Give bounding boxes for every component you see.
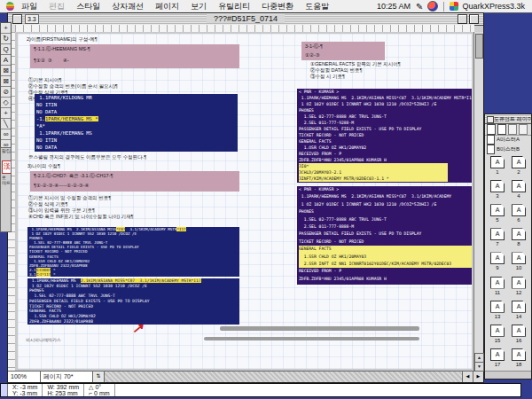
rotation-field[interactable]: △ 0° bbox=[89, 384, 110, 390]
scroll-left-arrow[interactable]: ◀ bbox=[462, 372, 473, 382]
tool-button[interactable]: ∞ bbox=[1, 129, 11, 140]
input-method-icon[interactable]: ✎ bbox=[416, 2, 423, 12]
page-thumbnail-cell[interactable]: A 15 bbox=[487, 324, 508, 347]
list-item: ④CHD 혹은 INF표기 및 나이(수정할 나이) 기재¶ bbox=[28, 214, 134, 220]
master-list-item[interactable]: B마스터B bbox=[485, 145, 531, 154]
list-item: ②수정할 DATA의 번호¶ bbox=[310, 67, 401, 74]
page-thumbnail-cell[interactable]: A 3 bbox=[487, 179, 508, 202]
master-page-icon[interactable] bbox=[508, 124, 517, 135]
zoom-box[interactable] bbox=[458, 14, 467, 24]
page-thumbnail-cell[interactable]: A 10 bbox=[508, 251, 529, 274]
page-thumbnail-cell[interactable]: A 2 bbox=[508, 155, 529, 178]
terminal-screen-name-change: 1.1PARK/KILDONG MRNO ITINNO DATA-1.1PARK… bbox=[35, 94, 238, 152]
page-thumbnail-icon[interactable]: A bbox=[512, 204, 526, 216]
blank-facing-page-icon[interactable] bbox=[497, 124, 506, 135]
zoom-level-field[interactable]: 100% bbox=[8, 372, 41, 382]
palette-drag-handle[interactable] bbox=[1, 384, 8, 396]
tool-button[interactable]: ⊠ bbox=[1, 66, 11, 76]
palette-scrollbar[interactable] bbox=[485, 371, 531, 379]
horizontal-scrollbar[interactable] bbox=[105, 372, 462, 382]
page-thumbnail-icon[interactable]: A bbox=[512, 252, 526, 264]
page-thumbnail-cell[interactable]: A 5 bbox=[487, 203, 508, 226]
page-thumbnail-cell[interactable]: A 12 bbox=[508, 276, 529, 299]
tool-button[interactable]: ⊘ bbox=[1, 87, 11, 98]
menu-item[interactable]: 다중변환 bbox=[262, 1, 293, 12]
scroll-right-arrow[interactable]: ▶ bbox=[473, 372, 483, 382]
page-popup-button[interactable]: ⇅ bbox=[93, 372, 105, 382]
page-thumbnail-icon[interactable]: A bbox=[512, 348, 526, 361]
hanja-input-icon[interactable]: 漢 bbox=[2, 160, 12, 174]
app-icon[interactable] bbox=[450, 2, 458, 11]
page-thumbnail-cell[interactable]: A 16 bbox=[508, 324, 529, 347]
tool-button[interactable]: ╲ bbox=[1, 119, 11, 129]
tool-button[interactable]: + bbox=[1, 23, 11, 34]
apple-menu-icon[interactable] bbox=[6, 2, 14, 11]
trash-page-icon[interactable] bbox=[519, 124, 528, 135]
tool-button[interactable]: ⊠ bbox=[1, 76, 11, 87]
tool-button[interactable]: A bbox=[1, 55, 11, 66]
menu-item[interactable]: 유틸리티 bbox=[218, 1, 250, 12]
tool-button[interactable]: + bbox=[1, 108, 11, 119]
menu-clock[interactable]: 10:25 AM bbox=[377, 2, 411, 11]
page-thumbnail-cell[interactable]: A 6 bbox=[508, 203, 529, 226]
page-thumbnail-cell[interactable]: A 9 bbox=[487, 251, 508, 274]
menu-item[interactable]: 파일 bbox=[21, 1, 37, 12]
terminal-line: 2.SEL 011-777-8888-M bbox=[299, 223, 472, 231]
page-thumbnail-icon[interactable]: A bbox=[512, 228, 526, 240]
master-list-item[interactable]: A마스터A bbox=[485, 135, 531, 145]
blank-page-icon[interactable] bbox=[487, 124, 496, 135]
vertical-scrollbar[interactable]: ▲ ▼ bbox=[473, 32, 483, 372]
menu-item[interactable]: 편집 bbox=[49, 1, 65, 12]
angle-fields[interactable]: △ 0° ⌐ 0 mm bbox=[84, 384, 115, 396]
page-thumbnail-cell[interactable]: A 13 bbox=[487, 300, 508, 323]
collapse-box[interactable] bbox=[469, 14, 479, 24]
page-thumbnail-icon[interactable]: A bbox=[490, 204, 505, 216]
menu-item[interactable]: 스타일 bbox=[76, 1, 100, 12]
page-thumbnail-icon[interactable]: A bbox=[490, 301, 505, 313]
size-fields[interactable]: W: 392 mm H: 253 mm bbox=[43, 384, 84, 396]
page-thumbnail-cell[interactable]: A 14 bbox=[508, 300, 529, 323]
page-thumbnail-cell[interactable]: A 4 bbox=[508, 179, 529, 202]
page-thumbnail-icon[interactable]: A bbox=[490, 348, 505, 361]
menu-item[interactable]: 상자괘선 bbox=[112, 1, 144, 12]
page-spread[interactable]: 2)이름(FIRSTNAME)의 구성-예¶ ¶-1.1.Ⓒ-HEEMANG M… bbox=[18, 34, 472, 369]
window-title-bar[interactable]: 3.3 ???#D51F5_0714 bbox=[8, 13, 483, 26]
page-thumbnail-icon[interactable]: A bbox=[490, 325, 505, 337]
page-thumbnail-icon[interactable]: A bbox=[512, 180, 526, 192]
page-thumbnail-cell[interactable]: A 18 bbox=[508, 348, 529, 371]
menu-item[interactable]: 보기 bbox=[191, 1, 207, 12]
page-thumbnail-cell[interactable]: A 11 bbox=[487, 276, 508, 299]
terminal-line: TICKET RECORD - NOT PRICED bbox=[299, 132, 472, 138]
page-thumbnail-cell[interactable]: A 7 bbox=[487, 227, 508, 250]
position-fields[interactable]: X: -3 mm Y: -3 mm bbox=[8, 384, 43, 396]
width-field[interactable]: W: 392 mm bbox=[47, 384, 79, 390]
app-menu-label[interactable]: QuarkXPress3.3k bbox=[462, 2, 525, 11]
terminal-line: 1 OZ 102Y 01DEC 1 ICNNRT HK2 1030 1210 /… bbox=[299, 101, 472, 107]
tool-button[interactable]: ◇ bbox=[1, 98, 11, 108]
page-thumbnail-icon[interactable]: A bbox=[490, 277, 505, 289]
height-field[interactable]: H: 253 mm bbox=[47, 390, 79, 396]
application-switcher-icon[interactable] bbox=[427, 1, 438, 12]
palette-close-box[interactable] bbox=[487, 116, 494, 123]
y-field[interactable]: Y: -3 mm bbox=[12, 390, 37, 396]
page-thumbnail-icon[interactable]: A bbox=[512, 301, 526, 313]
terminal-line: RECEIVED FROM - P bbox=[299, 151, 472, 157]
corner-radius-field[interactable]: ⌐ 0 mm bbox=[89, 390, 110, 396]
page-thumbnail-icon[interactable]: A bbox=[490, 180, 505, 192]
page-indicator-field[interactable]: 페이지 70* bbox=[41, 372, 93, 382]
page-thumbnail-icon[interactable]: A bbox=[490, 228, 505, 240]
page-thumbnail-cell[interactable]: A 8 bbox=[508, 227, 529, 250]
tool-button[interactable]: Q bbox=[1, 44, 11, 55]
page-thumbnail-icon[interactable]: A bbox=[490, 156, 505, 168]
menu-item[interactable]: 도움말 bbox=[305, 1, 329, 12]
tool-button[interactable]: ↻ bbox=[1, 34, 11, 44]
page-thumbnail-icon[interactable]: A bbox=[512, 156, 526, 168]
page-thumbnail-icon[interactable]: A bbox=[490, 252, 505, 264]
page-thumbnail-icon[interactable]: A bbox=[512, 277, 526, 289]
x-field[interactable]: X: -3 mm bbox=[12, 384, 37, 390]
page-thumbnail-icon[interactable]: A bbox=[512, 325, 526, 337]
menu-item[interactable]: 페이지 bbox=[155, 1, 179, 12]
page-thumbnail-cell[interactable]: A 17 bbox=[487, 348, 508, 371]
page-thumbnail-cell[interactable]: A 1 bbox=[487, 155, 508, 178]
vertical-scroll-thumb[interactable] bbox=[475, 34, 483, 59]
